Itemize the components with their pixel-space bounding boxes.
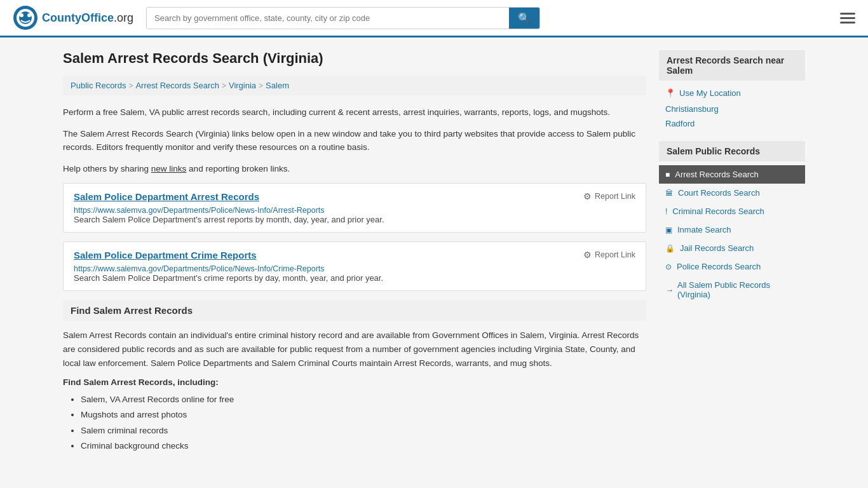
svg-point-3 [20, 13, 24, 17]
sidebar-nearby-links: ChristiansburgRadford [659, 102, 805, 131]
breadcrumb-public-records[interactable]: Public Records [71, 81, 126, 90]
search-button[interactable]: 🔍 [509, 8, 539, 29]
sidebar-public-link[interactable]: ⊙Police Records Search [659, 257, 805, 276]
description-1: Perform a free Salem, VA public arrest r… [63, 105, 646, 119]
report-icon: ⚙ [583, 250, 592, 260]
sidebar-link-icon: 🔒 [665, 244, 675, 253]
find-list: Salem, VA Arrest Records online for free… [63, 392, 646, 454]
sidebar: Arrest Records Search near Salem 📍 Use M… [659, 50, 805, 454]
logo-icon [13, 5, 38, 30]
logo-text: CountyOffice.org [42, 11, 133, 25]
desc3-post: and reporting broken links. [186, 164, 290, 173]
sidebar-public-records-heading: Salem Public Records [659, 141, 805, 161]
find-section-heading: Find Salem Arrest Records [63, 300, 646, 321]
breadcrumb-sep-1: > [128, 81, 133, 90]
report-label: Report Link [595, 192, 635, 201]
breadcrumb-virginia[interactable]: Virginia [229, 81, 256, 90]
report-icon: ⚙ [583, 191, 592, 201]
list-item: Mugshots and arrest photos [81, 407, 646, 423]
sidebar-link-label: Police Records Search [677, 262, 761, 271]
page-title: Salem Arrest Records Search (Virginia) [63, 50, 646, 67]
list-item: Salem criminal records [81, 423, 646, 438]
list-item: Criminal background checks [81, 438, 646, 454]
search-bar[interactable]: 🔍 [146, 7, 540, 29]
sidebar-link-label: Criminal Records Search [672, 207, 764, 216]
record-card: Salem Police Department Crime Reports ⚙ … [63, 241, 646, 291]
breadcrumb-salem[interactable]: Salem [266, 81, 289, 90]
sidebar-public-link[interactable]: 🔒Jail Records Search [659, 239, 805, 257]
record-card: Salem Police Department Arrest Records ⚙… [63, 183, 646, 233]
header: CountyOffice.org 🔍 [0, 0, 868, 37]
sidebar-link-label: Jail Records Search [680, 243, 754, 253]
report-link[interactable]: ⚙ Report Link [583, 250, 635, 260]
list-item: Salem, VA Arrest Records online for free [81, 392, 646, 407]
sidebar-public-link[interactable]: !Criminal Records Search [659, 202, 805, 220]
record-title[interactable]: Salem Police Department Arrest Records [74, 191, 259, 202]
breadcrumb-sep-3: > [259, 81, 263, 90]
report-link[interactable]: ⚙ Report Link [583, 191, 635, 201]
record-url[interactable]: https://www.salemva.gov/Departments/Poli… [74, 206, 325, 215]
main-container: Salem Arrest Records Search (Virginia) P… [53, 37, 815, 466]
sidebar-link-icon: ▣ [665, 226, 672, 234]
breadcrumb-arrest-records[interactable]: Arrest Records Search [135, 81, 219, 90]
svg-point-4 [27, 13, 31, 17]
sidebar-public-link[interactable]: ■Arrest Records Search [659, 165, 805, 184]
location-pin-icon: 📍 [665, 88, 675, 98]
sidebar-link-icon: 🏛 [665, 189, 673, 198]
content-area: Salem Arrest Records Search (Virginia) P… [63, 50, 646, 454]
find-section-body: Salem Arrest Records contain an individu… [63, 329, 646, 370]
record-cards: Salem Police Department Arrest Records ⚙… [63, 183, 646, 291]
sidebar-nearby-link[interactable]: Christiansburg [665, 102, 799, 116]
sidebar-link-icon: ■ [665, 170, 670, 179]
breadcrumb-sep-2: > [222, 81, 226, 90]
sidebar-public-link[interactable]: ▣Inmate Search [659, 220, 805, 239]
description-3: Help others by sharing new links and rep… [63, 162, 646, 176]
record-desc: Search Salem Police Department's arrest … [74, 215, 635, 224]
use-my-location-link[interactable]: Use My Location [679, 88, 741, 98]
record-title[interactable]: Salem Police Department Crime Reports [74, 250, 257, 261]
new-links-link[interactable]: new links [151, 164, 187, 173]
sidebar-public-links: ■Arrest Records Search🏛Court Records Sea… [659, 165, 805, 276]
logo-area[interactable]: CountyOffice.org [13, 5, 133, 30]
sidebar-link-label: Inmate Search [677, 225, 731, 234]
hamburger-menu-icon[interactable] [840, 13, 855, 24]
desc3-pre: Help others by sharing [63, 164, 151, 173]
search-input[interactable] [147, 8, 509, 29]
nearby-link[interactable]: Christiansburg [665, 104, 719, 114]
arrow-icon: → [665, 285, 674, 295]
sidebar-nearby-section: Arrest Records Search near Salem 📍 Use M… [659, 50, 805, 131]
sidebar-use-location[interactable]: 📍 Use My Location [659, 85, 805, 102]
sidebar-public-records-section: Salem Public Records ■Arrest Records Sea… [659, 141, 805, 304]
sidebar-nearby-link[interactable]: Radford [665, 116, 799, 131]
all-records-link[interactable]: → All Salem Public Records (Virginia) [659, 276, 805, 304]
sidebar-link-icon: ! [665, 207, 667, 216]
sidebar-nearby-heading: Arrest Records Search near Salem [659, 50, 805, 81]
find-section-list-heading: Find Salem Arrest Records, including: [63, 377, 646, 387]
sidebar-link-icon: ⊙ [665, 262, 672, 271]
all-records-label: All Salem Public Records (Virginia) [677, 280, 799, 299]
breadcrumb: Public Records > Arrest Records Search >… [63, 76, 646, 95]
nearby-link[interactable]: Radford [665, 119, 695, 128]
record-url[interactable]: https://www.salemva.gov/Departments/Poli… [74, 264, 325, 273]
report-label: Report Link [595, 250, 635, 259]
sidebar-link-label: Court Records Search [678, 188, 760, 198]
record-desc: Search Salem Police Department's crime r… [74, 273, 635, 283]
sidebar-link-label: Arrest Records Search [675, 170, 759, 179]
sidebar-public-link[interactable]: 🏛Court Records Search [659, 184, 805, 202]
description-2: The Salem Arrest Records Search (Virgini… [63, 127, 646, 154]
